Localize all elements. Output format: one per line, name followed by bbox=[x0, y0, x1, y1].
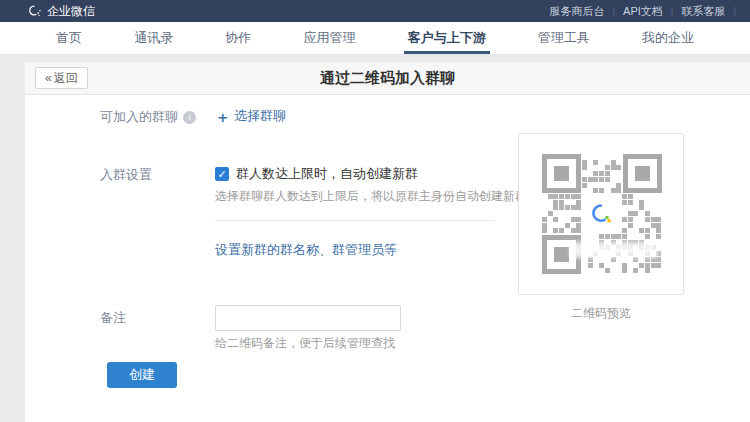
qr-finder-icon bbox=[623, 154, 662, 193]
select-group-link-text: 选择群聊 bbox=[234, 107, 286, 125]
primary-nav: 首页通讯录协作应用管理客户与上下游管理工具我的企业 bbox=[0, 22, 750, 55]
page-header: « 返回 通过二维码加入群聊 bbox=[25, 62, 750, 95]
brand-name: 企业微信 bbox=[47, 3, 95, 20]
topbar-link[interactable]: 联系客服 bbox=[681, 4, 725, 19]
wechat-work-qr-logo-icon bbox=[584, 196, 620, 232]
topbar-link-separator: | bbox=[733, 6, 736, 17]
create-button[interactable]: 创建 bbox=[107, 362, 177, 388]
auto-create-checkbox-row[interactable]: ✓ 群人数达上限时，自动创建新群 bbox=[215, 165, 418, 183]
section-divider bbox=[215, 220, 495, 221]
nav-item-6[interactable]: 我的企业 bbox=[638, 22, 698, 54]
nav-item-2[interactable]: 协作 bbox=[221, 22, 255, 54]
nav-item-0[interactable]: 首页 bbox=[52, 22, 86, 54]
joinable-group-label: 可加入的群聊 i bbox=[100, 108, 196, 126]
checkbox-checked-icon[interactable]: ✓ bbox=[215, 167, 229, 181]
qr-preview-card bbox=[518, 133, 684, 295]
qr-caption: 二维码预览 bbox=[518, 305, 684, 322]
auto-create-hint: 选择群聊群人数达到上限后，将以原群主身份自动创建新群 bbox=[215, 188, 527, 205]
select-group-link[interactable]: ＋ 选择群聊 bbox=[215, 107, 286, 125]
brand: 企业微信 bbox=[28, 3, 95, 20]
join-settings-label-text: 入群设置 bbox=[100, 166, 152, 184]
back-button-label: 返回 bbox=[54, 70, 78, 87]
topbar-link-separator: | bbox=[671, 6, 674, 17]
nav-item-5[interactable]: 管理工具 bbox=[534, 22, 594, 54]
topbar-link[interactable]: API文档 bbox=[623, 4, 663, 19]
wechat-work-logo-icon bbox=[28, 4, 42, 18]
nav-item-4[interactable]: 客户与上下游 bbox=[404, 22, 490, 54]
join-settings-label: 入群设置 bbox=[100, 166, 152, 184]
remark-hint: 给二维码备注，便于后续管理查找 bbox=[215, 335, 395, 352]
back-chevrons-icon: « bbox=[45, 71, 52, 85]
back-button[interactable]: « 返回 bbox=[35, 67, 88, 89]
page-title: 通过二维码加入群聊 bbox=[25, 69, 750, 88]
qr-code bbox=[542, 154, 662, 274]
remark-label-text: 备注 bbox=[100, 309, 126, 327]
qr-finder-icon bbox=[542, 154, 581, 193]
remark-label: 备注 bbox=[100, 309, 126, 327]
topbar-link-separator: | bbox=[612, 6, 615, 17]
content-panel: « 返回 通过二维码加入群聊 可加入的群聊 i ＋ 选择群聊 入群设置 ✓ 群人… bbox=[25, 62, 750, 422]
plus-icon: ＋ bbox=[215, 109, 230, 124]
nav-item-1[interactable]: 通讯录 bbox=[130, 22, 177, 54]
nav-item-3[interactable]: 应用管理 bbox=[299, 22, 359, 54]
qr-watermark-blur bbox=[570, 242, 658, 258]
remark-input[interactable] bbox=[215, 305, 401, 331]
auto-create-label: 群人数达上限时，自动创建新群 bbox=[236, 165, 418, 183]
info-icon[interactable]: i bbox=[183, 111, 196, 124]
topbar-link[interactable]: 服务商后台 bbox=[549, 4, 604, 19]
topbar: 企业微信 服务商后台|API文档|联系客服| bbox=[0, 0, 750, 22]
joinable-group-label-text: 可加入的群聊 bbox=[100, 108, 178, 126]
new-group-settings-link[interactable]: 设置新群的群名称、群管理员等 bbox=[215, 241, 397, 259]
topbar-links: 服务商后台|API文档|联系客服| bbox=[549, 4, 744, 19]
form-area: 可加入的群聊 i ＋ 选择群聊 入群设置 ✓ 群人数达上限时，自动创建新群 选择… bbox=[25, 95, 750, 422]
